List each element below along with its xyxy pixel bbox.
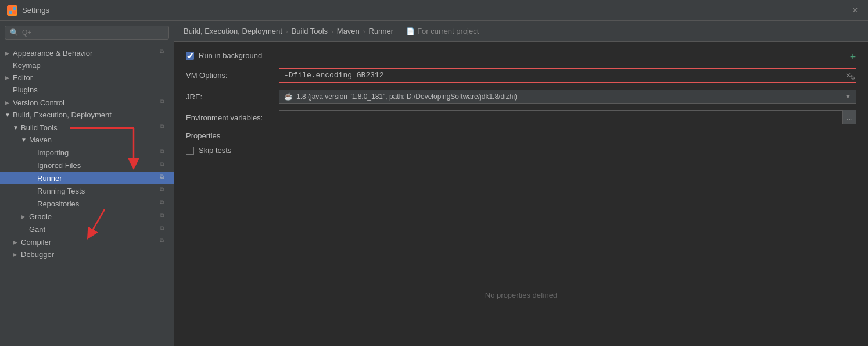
- skip-tests-checkbox[interactable]: [186, 147, 194, 155]
- copy-icon: ⧉: [160, 237, 169, 247]
- breadcrumb-project: 📄 For current project: [406, 27, 479, 35]
- breadcrumb-part-1: Build, Execution, Deployment: [184, 27, 282, 35]
- sidebar-item-label: Gant: [29, 225, 160, 234]
- search-input[interactable]: [22, 28, 164, 37]
- sidebar-item-compiler[interactable]: ▶ Compiler ⧉: [0, 236, 174, 248]
- vm-options-row: VM Options: -Dfile.encoding=GB2312 ✕: [186, 68, 856, 83]
- sidebar-item-version-control[interactable]: ▶ Version Control ⧉: [0, 96, 174, 109]
- properties-label: Properties: [186, 131, 856, 140]
- sidebar-item-label: Running Tests: [37, 187, 160, 195]
- properties-section: Properties Skip tests: [186, 131, 856, 155]
- sidebar-item-label: Keymap: [13, 61, 169, 70]
- skip-tests-row: Skip tests: [186, 146, 856, 155]
- env-vars-row: Environment variables: …: [186, 110, 856, 124]
- arrow-icon: ▶: [5, 99, 13, 106]
- sidebar-item-label: Build Tools: [21, 123, 160, 132]
- jre-select[interactable]: ☕ 1.8 (java version "1.8.0_181", path: D…: [279, 90, 856, 104]
- arrow-icon: ▼: [5, 112, 13, 118]
- sidebar-tree: ▶ Appearance & Behavior ⧉ ▶ Keymap ▶ Edi…: [0, 44, 174, 346]
- arrow-icon: ▶: [13, 239, 21, 245]
- sidebar-item-label: Build, Execution, Deployment: [13, 110, 169, 119]
- sidebar-item-maven[interactable]: ▼ Maven: [0, 134, 174, 146]
- env-vars-label: Environment variables:: [186, 113, 279, 122]
- arrow-icon: ▼: [13, 124, 21, 131]
- sidebar: 🔍 ▶ Appearance & Behavior ⧉ ▶ Keymap ▶ E…: [0, 21, 174, 346]
- vm-options-box[interactable]: -Dfile.encoding=GB2312 ✕: [279, 68, 856, 83]
- sidebar-item-gant[interactable]: ▶ Gant ⧉: [0, 223, 174, 236]
- arrow-icon: ▶: [13, 251, 21, 258]
- search-icon: 🔍: [10, 28, 19, 37]
- sidebar-item-runner[interactable]: ▶ Runner ⧉: [0, 172, 174, 184]
- sidebar-item-editor[interactable]: ▶ Editor: [0, 72, 174, 84]
- svg-rect-0: [9, 7, 12, 10]
- breadcrumb-part-3: Maven: [337, 27, 360, 35]
- sidebar-item-label: Repositories: [37, 199, 160, 208]
- sidebar-item-label: Gradle: [29, 212, 160, 221]
- sidebar-item-appearance[interactable]: ▶ Appearance & Behavior ⧉: [0, 47, 174, 59]
- project-label: For current project: [417, 27, 479, 35]
- sidebar-item-importing[interactable]: ▶ Importing ⧉: [0, 146, 174, 159]
- project-icon: 📄: [406, 27, 415, 35]
- copy-icon: ⧉: [160, 199, 169, 208]
- title-bar-left: Settings: [7, 5, 49, 16]
- sidebar-item-label: Runner: [37, 174, 160, 183]
- sidebar-item-label: Plugins: [13, 85, 169, 94]
- sidebar-item-repositories[interactable]: ▶ Repositories ⧉: [0, 197, 174, 210]
- svg-rect-1: [13, 7, 16, 10]
- breadcrumb-sep-1: ›: [286, 28, 288, 35]
- sidebar-item-gradle[interactable]: ▶ Gradle ⧉: [0, 210, 174, 223]
- copy-icon: ⧉: [160, 48, 169, 58]
- sidebar-item-plugins[interactable]: ▶ Plugins: [0, 84, 174, 96]
- arrow-icon: ▼: [21, 137, 29, 143]
- close-button[interactable]: ×: [849, 5, 861, 16]
- arrow-icon: ▶: [5, 74, 13, 81]
- side-buttons: + ✎: [847, 51, 859, 84]
- copy-icon: ⧉: [160, 148, 169, 157]
- sidebar-item-label: Version Control: [13, 98, 160, 107]
- sidebar-item-label: Ignored Files: [37, 161, 160, 170]
- copy-icon: ⧉: [160, 160, 169, 170]
- window-title: Settings: [22, 6, 49, 15]
- breadcrumb: Build, Execution, Deployment › Build Too…: [174, 21, 868, 42]
- sidebar-item-label: Debugger: [21, 250, 169, 259]
- run-in-background-row: Run in background: [186, 51, 856, 60]
- main-layout: 🔍 ▶ Appearance & Behavior ⧉ ▶ Keymap ▶ E…: [0, 21, 868, 346]
- sidebar-item-label: Maven: [29, 135, 169, 144]
- copy-icon: ⧉: [160, 212, 169, 221]
- arrow-icon: ▶: [5, 50, 13, 56]
- jre-row: JRE: ☕ 1.8 (java version "1.8.0_181", pa…: [186, 90, 856, 104]
- sidebar-item-label: Compiler: [21, 238, 160, 247]
- jre-icon: ☕: [284, 92, 293, 101]
- app-icon: [7, 5, 17, 16]
- copy-icon: ⧉: [160, 224, 169, 234]
- jre-label: JRE:: [186, 92, 279, 101]
- sidebar-item-build-exec[interactable]: ▼ Build, Execution, Deployment: [0, 109, 174, 121]
- breadcrumb-part-4: Runner: [369, 27, 394, 35]
- sidebar-item-debugger[interactable]: ▶ Debugger: [0, 248, 174, 261]
- breadcrumb-sep-2: ›: [331, 28, 333, 35]
- svg-rect-2: [9, 11, 12, 14]
- vm-options-label: VM Options:: [186, 71, 279, 80]
- content-area: Build, Execution, Deployment › Build Too…: [174, 21, 868, 346]
- skip-tests-label: Skip tests: [199, 146, 231, 155]
- add-property-button[interactable]: +: [847, 51, 859, 63]
- sidebar-item-ignored-files[interactable]: ▶ Ignored Files ⧉: [0, 159, 174, 172]
- sidebar-item-running-tests[interactable]: ▶ Running Tests ⧉: [0, 184, 174, 197]
- edit-property-button[interactable]: ✎: [847, 72, 859, 84]
- env-vars-dots-button[interactable]: …: [842, 110, 856, 124]
- run-in-background-checkbox[interactable]: [186, 52, 194, 60]
- sidebar-item-keymap[interactable]: ▶ Keymap: [0, 59, 174, 72]
- sidebar-item-build-tools[interactable]: ▼ Build Tools ⧉: [0, 121, 174, 134]
- search-box[interactable]: 🔍: [5, 26, 169, 40]
- env-vars-input[interactable]: [279, 110, 856, 124]
- breadcrumb-sep-3: ›: [363, 28, 365, 35]
- sidebar-item-label: Appearance & Behavior: [13, 49, 160, 58]
- no-properties-text: No properties defined: [174, 291, 868, 299]
- form-content: Run in background VM Options: -Dfile.enc…: [174, 42, 868, 346]
- sidebar-item-label: Editor: [13, 73, 169, 82]
- sidebar-item-label: Importing: [37, 148, 160, 157]
- copy-icon: ⧉: [160, 186, 169, 195]
- run-in-background-label: Run in background: [199, 51, 262, 60]
- vm-options-value: -Dfile.encoding=GB2312: [284, 71, 841, 80]
- copy-icon: ⧉: [160, 98, 169, 107]
